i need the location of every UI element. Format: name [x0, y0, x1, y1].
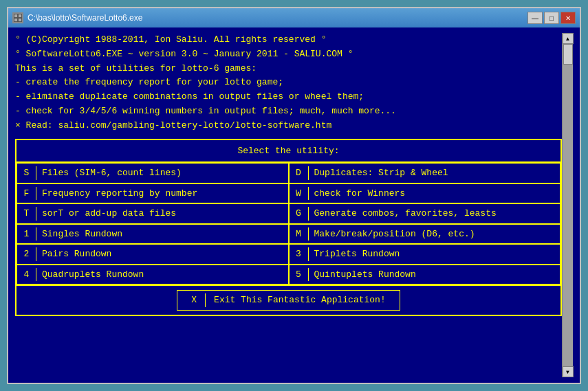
key-1: 1 — [23, 227, 36, 241]
label-w: check for Winners — [314, 187, 555, 201]
svg-rect-2 — [19, 14, 21, 17]
info-line-2: ° SoftwareLotto6.EXE ~ version 3.0 ~ Jan… — [15, 47, 562, 62]
window-controls: — □ ✕ — [527, 12, 576, 24]
menu-title: Select the utility: — [17, 140, 560, 164]
key-t: T — [23, 207, 36, 221]
svg-rect-4 — [19, 19, 21, 21]
menu-item-2[interactable]: 2 Pairs Rundown — [17, 244, 289, 265]
info-line-7: × Read: saliu.com/gambling-lottery-lotto… — [15, 119, 562, 133]
scroll-thumb[interactable] — [563, 44, 573, 65]
label-m: Make/break/position (D6, etc.) — [314, 227, 555, 241]
key-f: F — [23, 187, 36, 201]
key-3: 3 — [295, 247, 309, 261]
scroll-track — [563, 44, 573, 366]
key-2: 2 — [23, 247, 36, 261]
close-button[interactable]: ✕ — [560, 12, 576, 24]
key-s: S — [23, 166, 36, 180]
label-5: Quintuplets Rundown — [314, 268, 555, 282]
scrollbar[interactable]: ▲ ▼ — [562, 33, 573, 377]
label-t: sorT or add-up data files — [42, 207, 283, 221]
key-w: W — [295, 187, 309, 201]
main-content: ° (C)Copyright 1988-2011, Ion Saliu. All… — [15, 33, 562, 377]
menu-item-w[interactable]: W check for Winners — [289, 183, 561, 204]
label-1: Singles Rundown — [42, 227, 283, 241]
scroll-down-button[interactable]: ▼ — [563, 366, 574, 377]
info-line-3: This is a set of utilities for lotto-6 g… — [15, 62, 562, 76]
label-4: Quadruplets Rundown — [42, 268, 283, 282]
key-5: 5 — [295, 268, 309, 282]
label-3: Triplets Rundown — [314, 247, 555, 261]
maximize-button[interactable]: □ — [544, 12, 559, 24]
scroll-up-button[interactable]: ▲ — [563, 33, 574, 44]
info-line-6: - check for 3/4/5/6 winning numbers in o… — [15, 104, 562, 119]
label-s: Files (SIM-6, count lines) — [42, 166, 283, 180]
label-d: Duplicates: Strip & Wheel — [314, 166, 555, 180]
key-g: G — [295, 207, 309, 221]
svg-rect-3 — [14, 19, 17, 21]
menu-item-4[interactable]: 4 Quadruplets Rundown — [17, 265, 289, 285]
menu-item-s[interactable]: S Files (SIM-6, count lines) — [17, 163, 289, 183]
key-4: 4 — [23, 268, 36, 282]
info-line-4: - create the frequency report for your l… — [15, 76, 562, 90]
exit-row: X Exit This Fantastic Application! — [17, 284, 560, 315]
info-block: ° (C)Copyright 1988-2011, Ion Saliu. All… — [15, 33, 562, 133]
main-window: C:\bas\lotto\SoftwareLotto6.exe — □ ✕ ° … — [7, 7, 581, 384]
info-line-5: - eliminate duplicate combinations in ou… — [15, 90, 562, 104]
title-bar: C:\bas\lotto\SoftwareLotto6.exe — □ ✕ — [8, 8, 580, 27]
info-line-1: ° (C)Copyright 1988-2011, Ion Saliu. All… — [15, 33, 562, 47]
menu-item-t[interactable]: T sorT or add-up data files — [17, 203, 289, 224]
svg-rect-1 — [14, 14, 17, 17]
menu-grid: S Files (SIM-6, count lines) D Duplicate… — [17, 163, 560, 284]
menu-item-1[interactable]: 1 Singles Rundown — [17, 224, 289, 245]
exit-label: Exit This Fantastic Application! — [214, 293, 386, 307]
menu-item-m[interactable]: M Make/break/position (D6, etc.) — [289, 224, 561, 245]
label-f: Frequency reporting by number — [42, 187, 283, 201]
key-m: M — [295, 227, 309, 241]
menu-item-f[interactable]: F Frequency reporting by number — [17, 183, 289, 204]
menu-item-d[interactable]: D Duplicates: Strip & Wheel — [289, 163, 561, 183]
menu-table: Select the utility: S Files (SIM-6, coun… — [15, 139, 562, 316]
label-g: Generate combos, favorites, leasts — [314, 207, 555, 221]
menu-item-5[interactable]: 5 Quintuplets Rundown — [289, 265, 561, 285]
minimize-button[interactable]: — — [527, 12, 543, 24]
exit-button[interactable]: X Exit This Fantastic Application! — [177, 290, 400, 311]
content-area: ° (C)Copyright 1988-2011, Ion Saliu. All… — [8, 27, 580, 383]
menu-item-3[interactable]: 3 Triplets Rundown — [289, 244, 561, 265]
key-d: D — [295, 166, 309, 180]
label-2: Pairs Rundown — [42, 247, 283, 261]
menu-item-g[interactable]: G Generate combos, favorites, leasts — [289, 203, 561, 224]
window-title: C:\bas\lotto\SoftwareLotto6.exe — [28, 13, 142, 23]
app-icon — [12, 12, 23, 23]
exit-key: X — [191, 293, 206, 307]
